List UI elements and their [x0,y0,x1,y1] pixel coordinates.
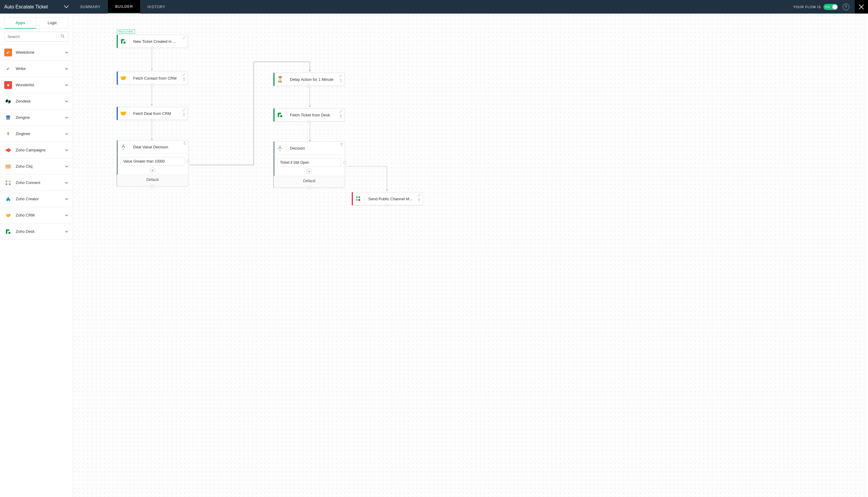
zoho-crm-icon: 🤝 [117,72,130,84]
app-item-label: Wrike [16,66,61,71]
trash-icon[interactable] [339,114,343,118]
app-item-label: Weekdone [16,50,61,55]
flow-title: Auto Escalate Ticket [4,4,48,10]
chevron-down-icon [65,100,69,103]
node-title: Fetch Ticket from Desk [286,113,344,117]
port-bottom[interactable] [151,185,154,188]
node-send-slack-message[interactable]: Send Public Channel M... [352,192,423,205]
edit-icon[interactable] [182,36,186,40]
app-item-weekdone[interactable]: ✔ Weekdone [0,44,73,61]
port-bottom[interactable] [151,46,154,49]
app-item-label: Zoho Connect [16,180,61,185]
node-fetch-ticket[interactable]: Fetch Ticket from Desk [273,108,344,122]
app-item-zingtree[interactable]: Zingtree [0,126,73,142]
sidebar: Apps Logic ✔ Weekdone ✔ Wrike ★ Wunderli… [0,14,73,497]
edit-icon[interactable] [182,108,186,112]
toggle-on-label: ON [825,5,830,9]
trash-icon[interactable] [339,142,343,146]
trash-icon[interactable] [182,113,186,117]
flow-toggle[interactable]: ON [823,4,838,10]
chevron-down-icon [65,165,69,168]
workspace: Apps Logic ✔ Weekdone ✔ Wrike ★ Wunderli… [0,14,868,497]
zingtree-icon [4,130,12,138]
app-item-zoho-desk[interactable]: Zoho Desk [0,224,73,240]
app-item-zengine[interactable]: Zengine [0,110,73,126]
decision-default[interactable]: Default [274,176,345,187]
app-item-zoho-campaigns[interactable]: Zoho Campaigns [0,142,73,158]
hourglass-icon: ⏳ [274,73,286,86]
app-item-label: Zengine [16,115,61,120]
flow-status: YOUR FLOW IS ON ? [793,0,855,14]
close-button[interactable] [855,0,868,14]
node-deal-value-decision[interactable]: Deal Value Decision Value Greater than 1… [117,140,188,186]
svg-rect-6 [6,165,11,168]
condition-label: Ticket if Still Open [280,160,309,165]
chevron-down-icon [65,67,69,71]
tab-builder[interactable]: BUILDER [108,0,140,14]
app-item-label: Zoho Campaigns [16,148,61,152]
edit-icon[interactable] [417,193,421,197]
node-ticket-decision[interactable]: Decision Ticket if Still Open + Default [273,141,345,188]
node-title: Decision [286,146,345,151]
app-item-zoho-connect[interactable]: Zoho Connect [0,175,73,191]
topbar: Auto Escalate Ticket SUMMARY BUILDER HIS… [0,0,868,14]
app-item-wrike[interactable]: ✔ Wrike [0,61,73,77]
search-input[interactable] [8,34,60,39]
node-title: Deal Value Decision [130,145,188,149]
sidebar-tab-apps[interactable]: Apps [4,17,36,29]
app-item-label: Wunderlist [16,83,61,87]
canvas[interactable]: REALTIME New Ticket Created in ... 🤝 Fet… [73,14,868,497]
sidebar-tab-logic[interactable]: Logic [36,17,69,29]
decision-condition[interactable]: Ticket if Still Open [277,158,341,167]
trash-icon[interactable] [182,77,186,82]
help-button[interactable]: ? [843,4,849,10]
realtime-badge: REALTIME [117,30,135,34]
chevron-down-icon [65,132,69,136]
app-item-zoho-crm[interactable]: 🤝 Zoho CRM [0,207,73,224]
port-bottom[interactable] [307,120,310,123]
node-title: Fetch Deal from CRM [130,111,188,116]
trash-icon[interactable] [339,79,343,83]
wunderlist-icon: ★ [4,81,12,89]
port-right[interactable] [187,160,190,163]
app-list: ✔ Weekdone ✔ Wrike ★ Wunderlist Zendesk [0,44,73,497]
port-bottom[interactable] [307,84,310,87]
app-item-wunderlist[interactable]: ★ Wunderlist [0,77,73,93]
default-label: Default [303,179,315,183]
port-right[interactable] [343,161,346,164]
zendesk-icon [4,97,12,105]
port-bottom[interactable] [308,186,311,189]
edit-icon[interactable] [339,109,343,113]
tab-summary[interactable]: SUMMARY [73,0,108,14]
node-fetch-contact[interactable]: 🤝 Fetch Contact from CRM [117,71,188,85]
edit-icon[interactable] [182,72,186,76]
edit-icon[interactable] [339,74,343,78]
zoho-crm-icon: 🤝 [4,211,12,219]
node-new-ticket-trigger[interactable]: REALTIME New Ticket Created in ... [117,35,188,48]
zoho-desk-icon [4,228,12,236]
app-item-zoho-creator[interactable]: Zoho Creator [0,191,73,207]
app-item-zendesk[interactable]: Zendesk [0,93,73,110]
trash-icon[interactable] [417,198,421,202]
chevron-down-icon [65,148,69,152]
app-item-label: Zendesk [16,99,61,103]
node-delay-action[interactable]: ⏳ Delay Action for 1 Minute [273,73,344,86]
add-condition-button[interactable]: + [150,167,155,173]
decision-condition[interactable]: Value Greater than 10000 [120,157,185,166]
tab-history[interactable]: HISTORY [140,0,173,14]
add-condition-button[interactable]: + [307,169,312,174]
zoho-campaigns-icon [4,146,12,154]
chevron-down-icon [65,83,69,87]
decision-default[interactable]: Default [117,175,188,186]
svg-rect-9 [8,167,10,167]
decision-icon [274,142,286,154]
port-bottom[interactable] [151,118,154,122]
flow-title-wrap[interactable]: Auto Escalate Ticket [0,0,73,14]
port-bottom[interactable] [151,83,154,86]
app-item-zoho-cliq[interactable]: Zoho Cliq [0,158,73,175]
trash-icon[interactable] [183,141,187,145]
port-bottom[interactable] [386,204,389,207]
zoho-cliq-icon [4,162,12,170]
chevron-down-icon [65,51,69,54]
node-fetch-deal[interactable]: 🤝 Fetch Deal from CRM [117,107,188,120]
